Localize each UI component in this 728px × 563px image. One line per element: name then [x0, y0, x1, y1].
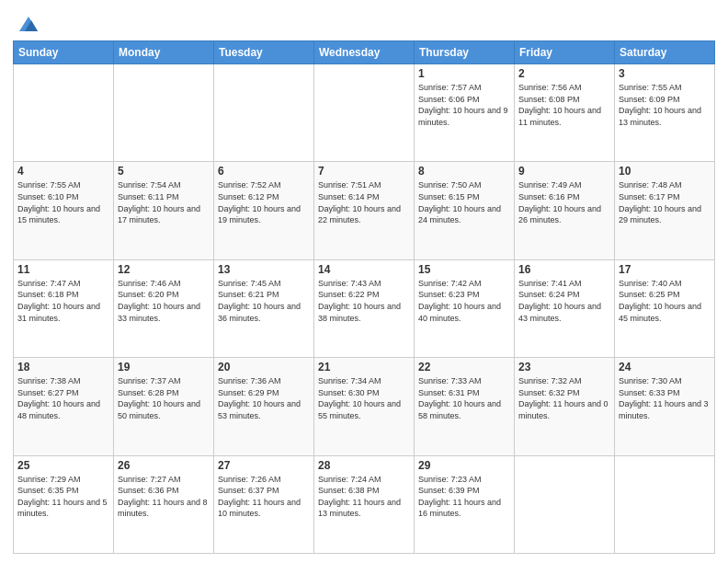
calendar-cell: 12Sunrise: 7:46 AM Sunset: 6:20 PM Dayli…: [114, 259, 214, 357]
day-info: Sunrise: 7:51 AM Sunset: 6:14 PM Dayligh…: [318, 179, 410, 225]
calendar-cell: 4Sunrise: 7:55 AM Sunset: 6:10 PM Daylig…: [14, 162, 114, 259]
calendar-cell: 5Sunrise: 7:54 AM Sunset: 6:11 PM Daylig…: [114, 162, 214, 259]
day-info: Sunrise: 7:55 AM Sunset: 6:10 PM Dayligh…: [17, 179, 109, 225]
logo-icon: [16, 11, 41, 37]
day-info: Sunrise: 7:29 AM Sunset: 6:35 PM Dayligh…: [17, 474, 109, 520]
calendar-cell: 8Sunrise: 7:50 AM Sunset: 6:15 PM Daylig…: [415, 162, 515, 259]
calendar-cell: [515, 455, 615, 553]
day-info: Sunrise: 7:55 AM Sunset: 6:09 PM Dayligh…: [619, 82, 711, 128]
col-header-tuesday: Tuesday: [214, 41, 314, 64]
day-number: 3: [619, 67, 711, 80]
day-info: Sunrise: 7:23 AM Sunset: 6:39 PM Dayligh…: [418, 474, 510, 520]
day-number: 9: [518, 165, 610, 178]
calendar-cell: 18Sunrise: 7:38 AM Sunset: 6:27 PM Dayli…: [14, 358, 114, 455]
calendar-cell: 10Sunrise: 7:48 AM Sunset: 6:17 PM Dayli…: [615, 162, 715, 259]
calendar-cell: 27Sunrise: 7:26 AM Sunset: 6:37 PM Dayli…: [214, 455, 314, 553]
day-info: Sunrise: 7:37 AM Sunset: 6:28 PM Dayligh…: [118, 375, 210, 421]
day-info: Sunrise: 7:36 AM Sunset: 6:29 PM Dayligh…: [218, 375, 310, 421]
day-number: 2: [518, 67, 610, 80]
calendar-cell: [14, 64, 114, 162]
day-info: Sunrise: 7:38 AM Sunset: 6:27 PM Dayligh…: [17, 375, 109, 421]
calendar-cell: [114, 64, 214, 162]
day-info: Sunrise: 7:34 AM Sunset: 6:30 PM Dayligh…: [318, 375, 410, 421]
day-info: Sunrise: 7:49 AM Sunset: 6:16 PM Dayligh…: [518, 179, 610, 225]
day-number: 20: [218, 361, 310, 373]
calendar-cell: 22Sunrise: 7:33 AM Sunset: 6:31 PM Dayli…: [415, 358, 515, 455]
day-info: Sunrise: 7:32 AM Sunset: 6:32 PM Dayligh…: [518, 375, 610, 421]
calendar-cell: [214, 64, 314, 162]
calendar-cell: 14Sunrise: 7:43 AM Sunset: 6:22 PM Dayli…: [314, 259, 415, 357]
day-info: Sunrise: 7:41 AM Sunset: 6:24 PM Dayligh…: [518, 278, 610, 324]
col-header-thursday: Thursday: [415, 41, 515, 64]
day-number: 23: [518, 361, 610, 373]
col-header-monday: Monday: [114, 41, 214, 64]
day-number: 16: [518, 263, 610, 276]
day-number: 13: [218, 263, 310, 276]
calendar-cell: 13Sunrise: 7:45 AM Sunset: 6:21 PM Dayli…: [214, 259, 314, 357]
day-number: 12: [118, 263, 210, 276]
day-number: 6: [218, 165, 310, 178]
day-info: Sunrise: 7:48 AM Sunset: 6:17 PM Dayligh…: [619, 179, 711, 225]
day-number: 18: [17, 361, 109, 373]
calendar-cell: 3Sunrise: 7:55 AM Sunset: 6:09 PM Daylig…: [615, 64, 715, 162]
calendar-cell: 26Sunrise: 7:27 AM Sunset: 6:36 PM Dayli…: [114, 455, 214, 553]
day-info: Sunrise: 7:43 AM Sunset: 6:22 PM Dayligh…: [318, 278, 410, 324]
day-number: 19: [118, 361, 210, 373]
day-number: 28: [318, 459, 410, 472]
day-number: 25: [17, 459, 109, 472]
calendar-cell: 28Sunrise: 7:24 AM Sunset: 6:38 PM Dayli…: [314, 455, 415, 553]
day-info: Sunrise: 7:54 AM Sunset: 6:11 PM Dayligh…: [118, 179, 210, 225]
header: [13, 9, 715, 37]
calendar-cell: 2Sunrise: 7:56 AM Sunset: 6:08 PM Daylig…: [515, 64, 615, 162]
calendar-cell: 7Sunrise: 7:51 AM Sunset: 6:14 PM Daylig…: [314, 162, 415, 259]
day-number: 29: [418, 459, 510, 472]
calendar-cell: 16Sunrise: 7:41 AM Sunset: 6:24 PM Dayli…: [515, 259, 615, 357]
calendar-cell: 23Sunrise: 7:32 AM Sunset: 6:32 PM Dayli…: [515, 358, 615, 455]
calendar-week-row: 1Sunrise: 7:57 AM Sunset: 6:06 PM Daylig…: [14, 64, 715, 162]
col-header-sunday: Sunday: [14, 41, 114, 64]
calendar-cell: 9Sunrise: 7:49 AM Sunset: 6:16 PM Daylig…: [515, 162, 615, 259]
day-number: 1: [418, 67, 510, 80]
day-number: 17: [619, 263, 711, 276]
col-header-saturday: Saturday: [615, 41, 715, 64]
calendar-week-row: 11Sunrise: 7:47 AM Sunset: 6:18 PM Dayli…: [14, 259, 715, 357]
day-number: 8: [418, 165, 510, 178]
col-header-friday: Friday: [515, 41, 615, 64]
day-number: 22: [418, 361, 510, 373]
page: SundayMondayTuesdayWednesdayThursdayFrid…: [0, 0, 728, 563]
day-number: 5: [118, 165, 210, 178]
day-number: 4: [17, 165, 109, 178]
calendar-cell: 25Sunrise: 7:29 AM Sunset: 6:35 PM Dayli…: [14, 455, 114, 553]
day-number: 26: [118, 459, 210, 472]
calendar-cell: [615, 455, 715, 553]
calendar-cell: 19Sunrise: 7:37 AM Sunset: 6:28 PM Dayli…: [114, 358, 214, 455]
day-number: 21: [318, 361, 410, 373]
calendar-cell: 17Sunrise: 7:40 AM Sunset: 6:25 PM Dayli…: [615, 259, 715, 357]
calendar-cell: 24Sunrise: 7:30 AM Sunset: 6:33 PM Dayli…: [615, 358, 715, 455]
calendar-cell: 11Sunrise: 7:47 AM Sunset: 6:18 PM Dayli…: [14, 259, 114, 357]
day-number: 14: [318, 263, 410, 276]
day-number: 15: [418, 263, 510, 276]
day-info: Sunrise: 7:45 AM Sunset: 6:21 PM Dayligh…: [218, 278, 310, 324]
calendar-cell: 15Sunrise: 7:42 AM Sunset: 6:23 PM Dayli…: [415, 259, 515, 357]
day-info: Sunrise: 7:50 AM Sunset: 6:15 PM Dayligh…: [418, 179, 510, 225]
day-info: Sunrise: 7:30 AM Sunset: 6:33 PM Dayligh…: [619, 375, 711, 421]
day-info: Sunrise: 7:57 AM Sunset: 6:06 PM Dayligh…: [418, 82, 510, 128]
calendar-cell: 21Sunrise: 7:34 AM Sunset: 6:30 PM Dayli…: [314, 358, 415, 455]
day-info: Sunrise: 7:56 AM Sunset: 6:08 PM Dayligh…: [518, 82, 610, 128]
day-number: 27: [218, 459, 310, 472]
calendar-cell: [314, 64, 415, 162]
logo: [13, 13, 41, 37]
day-info: Sunrise: 7:46 AM Sunset: 6:20 PM Dayligh…: [118, 278, 210, 324]
col-header-wednesday: Wednesday: [314, 41, 415, 64]
calendar-cell: 29Sunrise: 7:23 AM Sunset: 6:39 PM Dayli…: [415, 455, 515, 553]
day-number: 24: [619, 361, 711, 373]
day-number: 7: [318, 165, 410, 178]
calendar-cell: 20Sunrise: 7:36 AM Sunset: 6:29 PM Dayli…: [214, 358, 314, 455]
day-info: Sunrise: 7:40 AM Sunset: 6:25 PM Dayligh…: [619, 278, 711, 324]
calendar-cell: 1Sunrise: 7:57 AM Sunset: 6:06 PM Daylig…: [415, 64, 515, 162]
day-number: 11: [17, 263, 109, 276]
calendar-week-row: 4Sunrise: 7:55 AM Sunset: 6:10 PM Daylig…: [14, 162, 715, 259]
day-info: Sunrise: 7:24 AM Sunset: 6:38 PM Dayligh…: [318, 474, 410, 520]
day-info: Sunrise: 7:52 AM Sunset: 6:12 PM Dayligh…: [218, 179, 310, 225]
